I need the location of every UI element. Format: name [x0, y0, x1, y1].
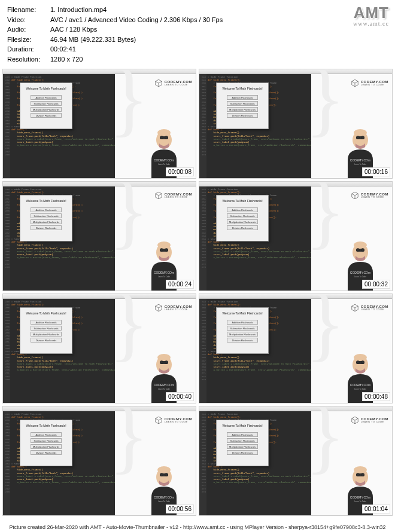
- popup-button[interactable]: Division Flashcards: [227, 113, 258, 118]
- popup-button[interactable]: Multiplication Flashcards: [227, 219, 258, 224]
- popup-button[interactable]: Division Flashcards: [227, 225, 258, 230]
- popup-button[interactable]: Addition Flashcards: [227, 207, 258, 212]
- popup-button[interactable]: Subtraction Flashcards: [31, 213, 62, 218]
- watermark-url: www.amt.cc: [353, 20, 389, 27]
- thumbnail-grid: 248 249 250 251 252 253 254 255 256 257 …: [0, 68, 395, 517]
- window-titlebar: [3, 182, 196, 186]
- logo-text: CODEMY.COMLEARN TO CODE: [165, 192, 192, 199]
- popup-button[interactable]: Division Flashcards: [31, 113, 62, 118]
- svg-text:Learn To Code: Learn To Code: [354, 276, 366, 278]
- metadata-label: Filesize:: [7, 35, 50, 45]
- popup-button-group: Addition FlashcardsSubtraction Flashcard…: [20, 93, 72, 118]
- popup-title: Welcome To Math Flashcards!: [217, 420, 268, 430]
- metadata-row: Duration:00:02:41: [7, 44, 388, 54]
- popup-button[interactable]: Multiplication Flashcards: [31, 444, 62, 449]
- popup-button[interactable]: Addition Flashcards: [31, 320, 62, 325]
- metadata-value: AAC / 128 Kbps: [50, 25, 388, 35]
- cube-icon: [351, 304, 359, 312]
- popup-button[interactable]: Subtraction Flashcards: [227, 438, 258, 443]
- logo-text: CODEMY.COMLEARN TO CODE: [165, 417, 192, 424]
- video-right-pane: }CODEMY.COMLEARN TO CODECODEMY.COmLearn …: [311, 186, 392, 291]
- thumbnail: 248 249 250 251 252 253 254 255 256 257 …: [199, 406, 393, 516]
- metadata-value: 1280 x 720: [50, 54, 388, 65]
- popup-button[interactable]: Division Flashcards: [31, 450, 62, 455]
- svg-point-1: [157, 129, 171, 136]
- popup-title: Welcome To Math Flashcards!: [217, 83, 268, 93]
- logo-sub-text: LEARN TO CODE: [361, 308, 388, 311]
- popup-button[interactable]: Addition Flashcards: [31, 95, 62, 100]
- popup-button[interactable]: Multiplication Flashcards: [31, 219, 62, 224]
- popup-button[interactable]: Multiplication Flashcards: [31, 107, 62, 112]
- video-right-pane: }CODEMY.COMLEARN TO CODECODEMY.COmLearn …: [115, 74, 196, 178]
- popup-title: Welcome To Math Flashcards!: [20, 195, 72, 205]
- thumbnail-timestamp: 00:00:16: [362, 167, 390, 176]
- thumbnail-timestamp: 00:00:48: [362, 392, 390, 401]
- popup-button[interactable]: Addition Flashcards: [227, 320, 258, 325]
- thumbnail: 248 249 250 251 252 253 254 255 256 257 …: [2, 181, 196, 291]
- popup-button[interactable]: Addition Flashcards: [31, 432, 62, 437]
- metadata-row: Resolution:1280 x 720: [7, 54, 388, 65]
- logo-text: CODEMY.COMLEARN TO CODE: [361, 305, 388, 311]
- popup-button[interactable]: Subtraction Flashcards: [227, 101, 258, 106]
- line-number-gutter: 248 249 250 251 252 253 254 255 256 257 …: [199, 299, 206, 403]
- popup-button[interactable]: Multiplication Flashcards: [227, 332, 258, 337]
- logo-sub-text: LEARN TO CODE: [361, 84, 388, 86]
- popup-button[interactable]: Subtraction Flashcards: [227, 213, 258, 218]
- app-popup-window: Welcome To Math Flashcards!Addition Flas…: [20, 82, 72, 129]
- codemy-logo: CODEMY.COMLEARN TO CODE: [154, 191, 192, 200]
- popup-button[interactable]: Addition Flashcards: [31, 207, 62, 212]
- popup-button[interactable]: Multiplication Flashcards: [227, 444, 258, 449]
- cube-icon: [351, 191, 359, 200]
- window-titlebar: [3, 406, 196, 411]
- popup-button[interactable]: Subtraction Flashcards: [31, 326, 62, 331]
- popup-button[interactable]: Subtraction Flashcards: [31, 438, 62, 443]
- popup-button[interactable]: Subtraction Flashcards: [227, 326, 258, 331]
- popup-button[interactable]: Addition Flashcards: [227, 95, 258, 100]
- popup-title: Welcome To Math Flashcards!: [217, 195, 268, 205]
- popup-button[interactable]: Division Flashcards: [227, 450, 258, 455]
- codemy-logo: CODEMY.COMLEARN TO CODE: [351, 191, 388, 200]
- cube-icon: [154, 416, 163, 424]
- cube-icon: [154, 304, 163, 312]
- cube-icon: [154, 191, 163, 200]
- metadata-row: Video:AVC / avc1 / Advanced Video Coding…: [7, 15, 388, 25]
- codemy-logo: CODEMY.COMLEARN TO CODE: [351, 304, 388, 312]
- cube-icon: [351, 416, 359, 424]
- footer-credits: Picture created 26-Mar-2020 with AMT - A…: [0, 522, 395, 532]
- popup-button[interactable]: Multiplication Flashcards: [227, 107, 258, 112]
- logo-sub-text: LEARN TO CODE: [165, 196, 192, 198]
- line-number-gutter: 248 249 250 251 252 253 254 255 256 257 …: [3, 411, 10, 515]
- svg-text:Learn To Code: Learn To Code: [354, 163, 366, 166]
- metadata-label: Filename:: [7, 5, 50, 15]
- popup-button[interactable]: Addition Flashcards: [227, 432, 258, 437]
- window-titlebar: [3, 69, 196, 74]
- line-number-gutter: 248 249 250 251 252 253 254 255 256 257 …: [3, 74, 10, 178]
- svg-point-29: [157, 354, 171, 361]
- svg-point-8: [354, 129, 367, 136]
- thumbnail: 248 249 250 251 252 253 254 255 256 257 …: [199, 293, 393, 403]
- video-right-pane: }CODEMY.COMLEARN TO CODECODEMY.COmLearn …: [311, 411, 392, 515]
- popup-button[interactable]: Division Flashcards: [227, 338, 258, 343]
- logo-sub-text: LEARN TO CODE: [165, 84, 192, 86]
- logo-sub-text: LEARN TO CODE: [165, 308, 192, 311]
- logo-text: CODEMY.COMLEARN TO CODE: [361, 192, 388, 199]
- video-right-pane: }CODEMY.COMLEARN TO CODECODEMY.COmLearn …: [115, 411, 196, 515]
- popup-button[interactable]: Subtraction Flashcards: [31, 101, 62, 106]
- svg-point-50: [354, 466, 367, 473]
- codemy-logo: CODEMY.COMLEARN TO CODE: [351, 79, 388, 87]
- svg-text:CODEMY.COm: CODEMY.COm: [350, 383, 370, 387]
- svg-text:Learn To Code: Learn To Code: [158, 500, 170, 503]
- svg-text:CODEMY.COm: CODEMY.COm: [350, 496, 370, 499]
- popup-button[interactable]: Division Flashcards: [31, 338, 62, 343]
- popup-button[interactable]: Multiplication Flashcards: [31, 332, 62, 337]
- code-line: a_button = Button(start_frame, text="Add…: [11, 256, 113, 259]
- logo-sub-text: LEARN TO CODE: [361, 196, 388, 198]
- popup-button[interactable]: Division Flashcards: [31, 225, 62, 230]
- svg-point-15: [157, 241, 171, 249]
- code-line: a_button = Button(start_frame, text="Add…: [208, 256, 309, 259]
- popup-button-group: Addition FlashcardsSubtraction Flashcard…: [217, 317, 268, 343]
- app-popup-window: Welcome To Math Flashcards!Addition Flas…: [20, 420, 72, 466]
- svg-point-43: [157, 466, 171, 473]
- window-titlebar: [199, 294, 392, 299]
- metadata-row: Audio:AAC / 128 Kbps: [7, 25, 388, 35]
